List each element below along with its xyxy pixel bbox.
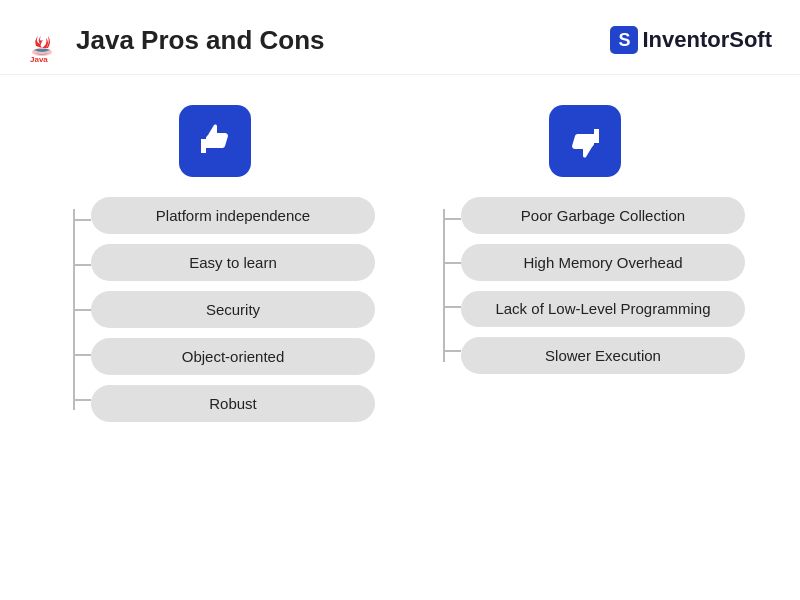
- branch-3: [73, 309, 91, 311]
- cons-tree: Poor Garbage Collection High Memory Over…: [425, 197, 745, 374]
- con-item-3: Lack of Low-Level Programming: [461, 291, 745, 327]
- header: Java Java Pros and Cons S InventorSoft: [0, 0, 800, 75]
- brand-name: InventorSoft: [642, 27, 772, 53]
- thumbs-up-icon-box: [179, 105, 251, 177]
- cons-tree-lines: [425, 197, 461, 374]
- pros-tree: Platform independence Easy to learn Secu…: [55, 197, 375, 422]
- main-content: Platform independence Easy to learn Secu…: [0, 75, 800, 599]
- con-branch-1: [443, 218, 461, 220]
- con-item-4: Slower Execution: [461, 337, 745, 374]
- cons-items: Poor Garbage Collection High Memory Over…: [461, 197, 745, 374]
- branch-5: [73, 399, 91, 401]
- branch-1: [73, 219, 91, 221]
- thumbs-up-icon: [195, 121, 235, 161]
- thumbs-down-icon-box: [549, 105, 621, 177]
- pro-item-5: Robust: [91, 385, 375, 422]
- branch-2: [73, 264, 91, 266]
- branch-4: [73, 354, 91, 356]
- brand-s-icon: S: [610, 26, 638, 54]
- pro-item-1: Platform independence: [91, 197, 375, 234]
- con-item-1: Poor Garbage Collection: [461, 197, 745, 234]
- con-item-2: High Memory Overhead: [461, 244, 745, 281]
- thumbs-down-icon: [565, 121, 605, 161]
- brand-logo: S InventorSoft: [610, 26, 772, 54]
- con-branch-2: [443, 262, 461, 264]
- pro-item-2: Easy to learn: [91, 244, 375, 281]
- pro-item-3: Security: [91, 291, 375, 328]
- java-logo-icon: Java: [20, 18, 64, 62]
- page-title: Java Pros and Cons: [76, 25, 325, 56]
- svg-text:Java: Java: [30, 55, 48, 62]
- con-branch-3: [443, 306, 461, 308]
- header-left: Java Java Pros and Cons: [20, 18, 325, 62]
- cons-column: Poor Garbage Collection High Memory Over…: [425, 105, 745, 374]
- pros-items: Platform independence Easy to learn Secu…: [91, 197, 375, 422]
- pros-column: Platform independence Easy to learn Secu…: [55, 105, 375, 422]
- con-branch-4: [443, 350, 461, 352]
- pro-item-4: Object-oriented: [91, 338, 375, 375]
- pros-tree-lines: [55, 197, 91, 422]
